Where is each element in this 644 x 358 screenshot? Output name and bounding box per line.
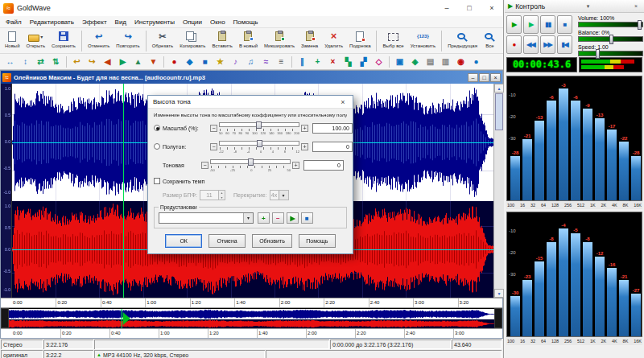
semitone-slider[interactable]: -12-8-404812 (219, 140, 299, 154)
scale-slider[interactable]: 5060708090100120140160180200 (219, 121, 299, 135)
play-selection-button[interactable]: ▶ (523, 15, 539, 34)
fine-minus-button[interactable]: − (201, 162, 208, 169)
overview-right-handle[interactable] (494, 308, 502, 328)
menu-item[interactable]: Инструменты (130, 16, 179, 28)
tool-select-all[interactable]: Выбр все (379, 29, 407, 53)
tool-open[interactable]: ▾Открыть (23, 29, 49, 53)
scale-value-field[interactable]: 100.00 (312, 123, 353, 134)
preset-caret-icon[interactable]: ▾ (243, 213, 253, 223)
fast-forward-button[interactable]: ▶▶ (540, 35, 555, 54)
effect-redo-zoom[interactable]: ↪ (85, 56, 99, 68)
volume-slider[interactable] (578, 22, 643, 27)
effect-gem[interactable]: ◈ (408, 56, 422, 68)
effect-exchange[interactable]: ⇄ (34, 56, 47, 68)
tool-new[interactable]: Новый (2, 29, 23, 53)
effect-doppler[interactable]: ◆ (183, 56, 196, 68)
go-start-button[interactable]: ▮◀ (557, 35, 572, 54)
scale-minus-button[interactable]: − (210, 125, 217, 132)
balance-slider[interactable] (578, 36, 643, 42)
scroll-down-icon[interactable]: ▼ (494, 289, 504, 298)
tool-paste[interactable]: Вставить (208, 29, 235, 53)
effect-undo-zoom[interactable]: ↩ (70, 56, 84, 68)
stop-button[interactable]: ■ (557, 15, 572, 34)
wave-close-button[interactable]: × (490, 73, 501, 82)
record-button[interactable]: ● (506, 35, 522, 54)
tool-redo[interactable]: ↪Повторить (113, 29, 142, 53)
play-button[interactable]: ▶ (506, 15, 522, 34)
menu-item[interactable]: Окно (206, 16, 229, 28)
semitone-radio[interactable] (154, 143, 160, 150)
effect-forward[interactable]: ▶ (116, 56, 130, 68)
tool-copy[interactable]: Копировать (176, 29, 208, 53)
overlap-select[interactable]: 4x ▾ (270, 190, 289, 200)
overlap-caret-icon[interactable]: ▾ (279, 191, 288, 200)
effect-amplify[interactable]: ↕ (19, 56, 32, 68)
preview-preset-button[interactable]: ▶ (287, 212, 299, 224)
speed-slider-thumb[interactable] (596, 49, 600, 59)
wave-maximize-button[interactable]: □ (479, 73, 489, 82)
tool-zoom-all[interactable]: Все (481, 29, 499, 53)
spin-down-icon[interactable]: ▾ (219, 195, 225, 200)
tool-replace[interactable]: Замена (298, 29, 321, 53)
help-button[interactable]: Помощь (299, 234, 336, 248)
effect-shape-a[interactable]: ▚ (341, 56, 355, 68)
tool-mix[interactable]: Микшировать (261, 29, 298, 53)
vertical-scrollbar[interactable]: ▲ ▼ (493, 84, 504, 298)
preset-combobox[interactable]: ▾ (159, 212, 254, 224)
effect-fisheye[interactable]: ◉ (454, 56, 468, 68)
tool-save[interactable]: Сохранить (48, 29, 79, 53)
overview-waveform[interactable] (9, 309, 494, 328)
menu-item[interactable]: Файл (2, 16, 26, 28)
speed-slider[interactable] (578, 51, 643, 56)
add-preset-button[interactable]: + (258, 212, 270, 224)
menu-item[interactable]: Опции (179, 16, 206, 28)
menu-item[interactable]: Эффект (78, 16, 111, 28)
fine-value-field[interactable]: 0 (303, 160, 344, 171)
effect-cols[interactable]: ▥ (439, 56, 452, 68)
close-button[interactable]: × (481, 0, 503, 16)
effect-fade-out[interactable]: ▼ (147, 56, 160, 68)
pause-button[interactable]: ▮▮ (540, 15, 555, 34)
effect-dot-blue[interactable]: ● (469, 56, 483, 68)
tool-undo[interactable]: ↩Отменить (85, 29, 113, 53)
effect-silence[interactable]: ■ (198, 56, 212, 68)
effect-mix-plus[interactable]: + (311, 56, 324, 68)
fft-spinner[interactable]: ▴ ▾ (219, 190, 225, 200)
timeline-ruler[interactable]: 0:000:200:401:001:201:402:002:202:403:00… (1, 298, 502, 307)
menu-item[interactable]: Помощь (229, 16, 262, 28)
effect-swap[interactable]: ⇅ (49, 56, 63, 68)
effect-offset[interactable]: ● (167, 56, 181, 68)
tool-trim[interactable]: Подрезка (346, 29, 374, 53)
balance-slider-thumb[interactable] (609, 35, 613, 44)
effect-flanger[interactable]: ≈ (259, 56, 273, 68)
effect-pitch[interactable]: ♪ (229, 56, 242, 68)
tool-paste-new[interactable]: В новый (236, 29, 261, 53)
panel-close-icon[interactable]: × (631, 3, 641, 9)
tool-delete[interactable]: ×Удалить (321, 29, 346, 53)
dialog-close-button[interactable]: × (333, 96, 353, 109)
effect-filter[interactable]: ≡ (275, 56, 288, 68)
scrollbar-thumb[interactable] (495, 93, 503, 130)
effect-mechanize[interactable]: ♫ (244, 56, 258, 68)
update-button[interactable]: Обновить (252, 234, 292, 248)
wave-minimize-button[interactable]: – (468, 73, 478, 82)
scroll-up-icon[interactable]: ▲ (494, 84, 504, 93)
scale-radio[interactable] (154, 125, 160, 131)
effect-remove-fx[interactable]: × (326, 56, 340, 68)
menu-item[interactable]: Редактировать (26, 16, 78, 28)
rewind-button[interactable]: ◀◀ (523, 35, 539, 54)
effect-shape-b[interactable]: ▞ (357, 56, 370, 68)
menu-item[interactable]: Вид (111, 16, 130, 28)
stop-preview-button[interactable]: ■ (301, 212, 313, 224)
effect-rows[interactable]: ▤ (423, 56, 437, 68)
semitone-minus-button[interactable]: − (210, 143, 217, 150)
fine-tune-slider[interactable]: -50-2502550 (210, 158, 291, 172)
effect-box-target[interactable]: ▣ (393, 56, 407, 68)
effect-diamond[interactable]: ◇ (372, 56, 386, 68)
tool-zoom-previous[interactable]: Предыдущая (444, 29, 481, 53)
effect-fade-in[interactable]: ▲ (131, 56, 145, 68)
cancel-button[interactable]: Отмена (208, 234, 246, 248)
semitone-plus-button[interactable]: + (301, 143, 308, 150)
fine-plus-button[interactable]: + (292, 162, 299, 169)
effect-reverse[interactable]: ◀ (101, 56, 114, 68)
